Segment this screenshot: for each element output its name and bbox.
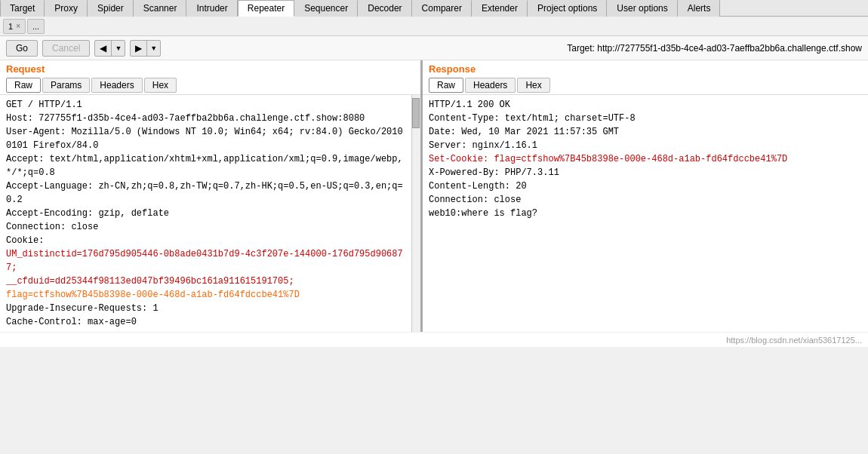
nav-tab-target[interactable]: Target <box>0 0 45 17</box>
response-tab-raw[interactable]: Raw <box>429 78 463 93</box>
request-tab-headers[interactable]: Headers <box>91 78 142 93</box>
tab-more-btn[interactable]: ... <box>27 19 45 34</box>
response-title: Response <box>423 60 868 76</box>
response-line: Set-Cookie: flag=ctfshow%7B45b8398e-000e… <box>429 152 862 166</box>
request-line: Accept-Encoding: gzip, deflate <box>6 207 405 220</box>
nav-tab-alerts[interactable]: Alerts <box>678 0 721 17</box>
request-line: flag=ctfshow%7B45b8398e-000e-468d-a1ab-f… <box>6 288 405 302</box>
nav-tab-proxy[interactable]: Proxy <box>45 0 88 17</box>
nav-tab-project-options[interactable]: Project options <box>528 0 607 17</box>
cancel-button[interactable]: Cancel <box>42 40 90 57</box>
request-line: __cfduid=dd25344f98113ed047bf39496bc161a… <box>6 275 405 288</box>
nav-tab-scanner[interactable]: Scanner <box>134 0 187 17</box>
nav-tab-repeater[interactable]: Repeater <box>238 0 294 17</box>
target-prefix: Target: <box>567 43 597 54</box>
response-line: Server: nginx/1.16.1 <box>429 139 862 152</box>
request-content[interactable]: GET / HTTP/1.1Host: 727755f1-d35b-4ce4-a… <box>0 95 411 332</box>
nav-tab-spider[interactable]: Spider <box>88 0 134 17</box>
request-line: Connection: close <box>6 220 405 234</box>
response-content[interactable]: HTTP/1.1 200 OKContent-Type: text/html; … <box>423 95 868 332</box>
target-url: http://727755f1-d35b-4ce4-ad03-7aeffba2b… <box>597 43 862 54</box>
request-scrollbar-thumb[interactable] <box>412 98 420 128</box>
request-sub-tabs: Raw Params Headers Hex <box>0 76 420 95</box>
response-tab-hex[interactable]: Hex <box>517 78 549 93</box>
forward-arrow: ▶ <box>131 41 147 56</box>
nav-tab-user-options[interactable]: User options <box>607 0 677 17</box>
watermark-text: https://blog.csdn.net/xian53617125... <box>726 336 862 345</box>
request-content-wrapper: GET / HTTP/1.1Host: 727755f1-d35b-4ce4-a… <box>0 95 420 332</box>
repeater-tab-1[interactable]: 1 × <box>3 19 26 34</box>
repeater-tab-bar: 1 × ... <box>0 17 868 36</box>
response-line: HTTP/1.1 200 OK <box>429 98 862 112</box>
go-button[interactable]: Go <box>6 40 38 57</box>
back-nav-btn[interactable]: ◀ ▼ <box>94 40 125 57</box>
back-arrow: ◀ <box>95 41 112 56</box>
response-line: Connection: close <box>429 193 862 207</box>
request-tab-params[interactable]: Params <box>42 78 90 93</box>
request-tab-hex[interactable]: Hex <box>144 78 177 93</box>
request-line: Accept: text/html,application/xhtml+xml,… <box>6 152 405 179</box>
response-line: Content-Length: 20 <box>429 179 862 193</box>
nav-tab-comparer[interactable]: Comparer <box>412 0 472 17</box>
response-content-wrapper: HTTP/1.1 200 OKContent-Type: text/html; … <box>423 95 868 332</box>
request-line: Accept-Language: zh-CN,zh;q=0.8,zh-TW;q=… <box>6 179 405 207</box>
response-tab-headers[interactable]: Headers <box>465 78 516 93</box>
tab-number: 1 <box>8 22 13 31</box>
forward-dropdown[interactable]: ▼ <box>147 41 160 56</box>
nav-tab-decoder[interactable]: Decoder <box>358 0 411 17</box>
watermark: https://blog.csdn.net/xian53617125... <box>0 332 868 347</box>
response-line: Content-Type: text/html; charset=UTF-8 <box>429 112 862 125</box>
response-line: X-Powered-By: PHP/7.3.11 <box>429 166 862 179</box>
response-sub-tabs: Raw Headers Hex <box>423 76 868 95</box>
nav-tab-intruder[interactable]: Intruder <box>186 0 237 17</box>
request-line: User-Agent: Mozilla/5.0 (Windows NT 10.0… <box>6 125 405 152</box>
response-pane: Response Raw Headers Hex HTTP/1.1 200 OK… <box>423 60 868 332</box>
nav-tab-extender[interactable]: Extender <box>472 0 528 17</box>
request-line: Cookie: <box>6 234 405 247</box>
nav-tab-sequencer[interactable]: Sequencer <box>294 0 358 17</box>
target-info: Target: http://727755f1-d35b-4ce4-ad03-7… <box>567 43 862 54</box>
request-line: Cache-Control: max-age=0 <box>6 315 405 329</box>
request-line: Upgrade-Insecure-Requests: 1 <box>6 302 405 315</box>
top-navigation: TargetProxySpiderScannerIntruderRepeater… <box>0 0 868 17</box>
response-line: web10:where is flag? <box>429 207 862 220</box>
forward-nav-btn[interactable]: ▶ ▼ <box>130 40 161 57</box>
request-line: UM_distinctid=176d795d905446-0b8ade0431b… <box>6 247 405 275</box>
request-line: GET / HTTP/1.1 <box>6 98 405 112</box>
request-pane: Request Raw Params Headers Hex GET / HTT… <box>0 60 423 332</box>
tab-close-btn[interactable]: × <box>16 22 20 30</box>
main-content: Request Raw Params Headers Hex GET / HTT… <box>0 60 868 332</box>
response-line: Date: Wed, 10 Mar 2021 11:57:35 GMT <box>429 125 862 139</box>
toolbar: Go Cancel ◀ ▼ ▶ ▼ Target: http://727755f… <box>0 36 868 60</box>
request-title: Request <box>0 60 420 76</box>
request-tab-raw[interactable]: Raw <box>6 78 41 93</box>
request-line: Host: 727755f1-d35b-4ce4-ad03-7aeffba2bb… <box>6 112 405 125</box>
request-scrollbar[interactable] <box>411 95 420 332</box>
back-dropdown[interactable]: ▼ <box>112 41 125 56</box>
